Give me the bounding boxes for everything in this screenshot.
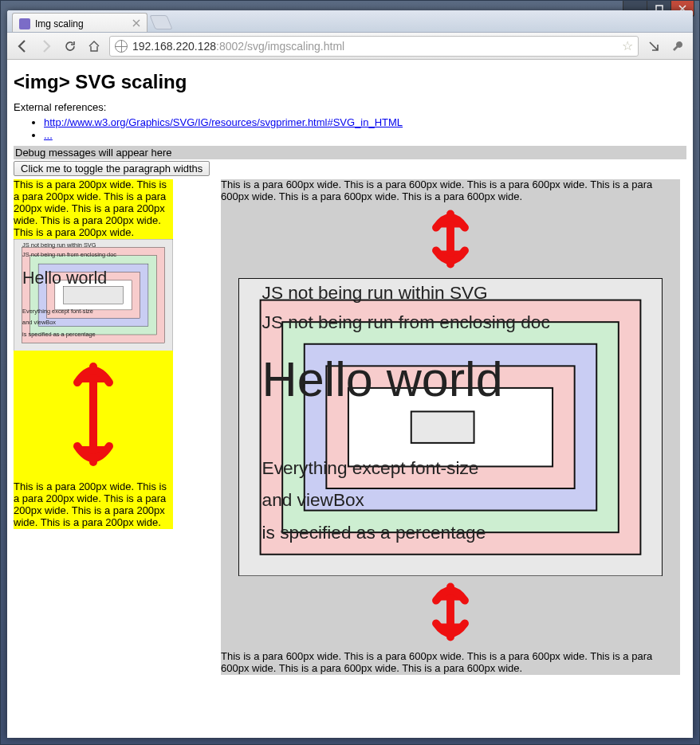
reload-button[interactable] — [61, 37, 79, 55]
para-600-top: This is a para 600px wide. This is a par… — [221, 179, 680, 203]
column-200: This is a para 200px wide. This is a par… — [14, 179, 173, 529]
favicon-icon — [19, 18, 30, 29]
svg-text:JS not being run within SVG: JS not being run within SVG — [262, 281, 488, 302]
svg-text:is specified as a percentage: is specified as a percentage — [22, 331, 96, 338]
tab-title: Img scaling — [35, 18, 84, 29]
external-link-2[interactable]: ... — [44, 129, 53, 141]
svg-text:Everything except font-size: Everything except font-size — [262, 457, 479, 478]
svg-text:and viewBox: and viewBox — [22, 319, 56, 326]
page-title: <img> SVG scaling — [14, 71, 686, 93]
svg-small: JS not being run within SVG JS not being… — [14, 239, 173, 351]
toggle-widths-button[interactable]: Click me to toggle the paragraph widths — [14, 161, 210, 176]
red-arrow-small — [14, 351, 173, 481]
red-arrow-top — [221, 203, 680, 278]
debug-bar: Debug messages will appear here — [14, 146, 686, 159]
svg-rect-8 — [63, 286, 124, 304]
page-content: <img> SVG scaling External references: h… — [7, 60, 693, 738]
list-item: ... — [44, 129, 686, 141]
svg-text:and viewBox: and viewBox — [262, 489, 365, 510]
svg-text:is specified as a percentage: is specified as a percentage — [262, 522, 486, 543]
address-bar[interactable]: 192.168.220.128:8002/svg/imgscaling.html… — [109, 36, 639, 57]
wrench-menu-button[interactable] — [669, 37, 686, 55]
svg-text:JS not being run from enclosin: JS not being run from enclosing doc — [262, 312, 550, 332]
columns: This is a para 200px wide. This is a par… — [14, 179, 686, 675]
globe-icon — [115, 40, 128, 53]
tab-close-button[interactable] — [131, 18, 142, 29]
forward-button[interactable] — [37, 37, 55, 55]
para-200-top: This is a para 200px wide. This is a par… — [14, 179, 173, 239]
new-tab-button[interactable] — [149, 15, 172, 29]
column-600: This is a para 600px wide. This is a par… — [221, 179, 680, 675]
svg-text:JS not being run from enclosin: JS not being run from enclosing doc — [22, 251, 116, 258]
tab-strip: Img scaling — [7, 10, 693, 33]
red-arrow-bottom — [221, 576, 680, 651]
svg-text:JS not being run within SVG: JS not being run within SVG — [22, 241, 96, 248]
browser-chrome: Img scaling 19 — [7, 10, 693, 738]
list-item: http://www.w3.org/Graphics/SVG/IG/resour… — [44, 116, 686, 128]
bookmark-star-icon[interactable]: ☆ — [622, 38, 633, 53]
svg-text:Hello world: Hello world — [22, 268, 107, 287]
back-button[interactable] — [14, 37, 31, 55]
svg-text:Hello world: Hello world — [262, 352, 503, 406]
browser-window: Img scaling 19 — [0, 0, 700, 745]
external-refs-label: External references: — [14, 101, 686, 113]
external-refs-list: http://www.w3.org/Graphics/SVG/IG/resour… — [14, 116, 686, 141]
toolbar: 192.168.220.128:8002/svg/imgscaling.html… — [7, 33, 693, 60]
para-600-bottom: This is a para 600px wide. This is a par… — [221, 651, 680, 675]
svg-text:Everything except font-size: Everything except font-size — [22, 307, 93, 314]
url-text: 192.168.220.128:8002/svg/imgscaling.html — [132, 40, 617, 53]
home-button[interactable] — [85, 37, 103, 55]
external-link-1[interactable]: http://www.w3.org/Graphics/SVG/IG/resour… — [44, 116, 403, 128]
tab-active[interactable]: Img scaling — [12, 13, 147, 32]
para-200-bottom: This is a para 200px wide. This is a par… — [14, 481, 173, 529]
svg-rect-21 — [411, 411, 474, 442]
svg-large: JS not being run within SVG JS not being… — [221, 278, 680, 576]
extension-button[interactable] — [645, 37, 663, 55]
